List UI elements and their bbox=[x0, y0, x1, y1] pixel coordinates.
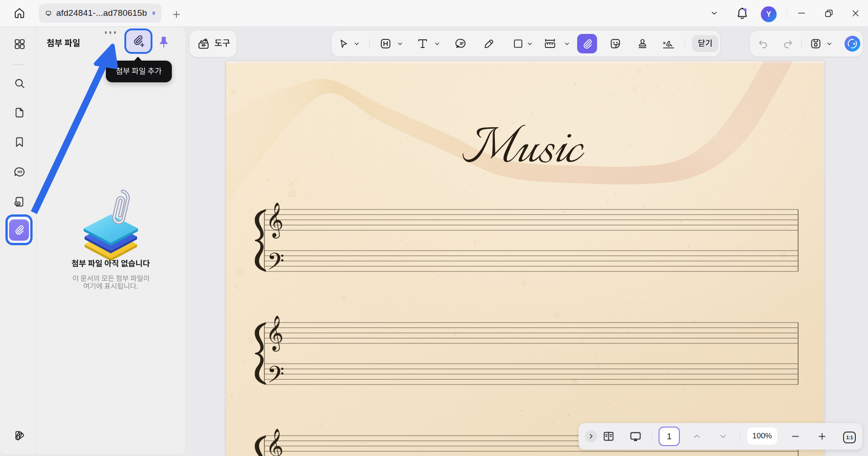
bell-icon bbox=[735, 6, 749, 20]
redo-button[interactable] bbox=[780, 31, 796, 57]
select-tool-dropdown[interactable] bbox=[351, 31, 361, 57]
save-button[interactable] bbox=[808, 31, 823, 57]
panel-more-button[interactable] bbox=[103, 29, 118, 36]
document-tab[interactable]: afd24841-...ad780615b bbox=[39, 4, 161, 23]
notifications-button[interactable] bbox=[735, 0, 750, 26]
previous-page-button[interactable] bbox=[690, 423, 703, 450]
toolbar-separator bbox=[685, 38, 685, 49]
chevron-up-icon bbox=[693, 432, 701, 441]
close-editor-button[interactable]: 닫기 bbox=[692, 35, 718, 52]
sidebar-item-comments[interactable] bbox=[6, 160, 33, 184]
sidebar bbox=[0, 27, 37, 454]
zoom-out-button[interactable] bbox=[788, 423, 802, 450]
empty-state-description-line1: 이 문서의 모든 첨부 파일이 bbox=[43, 275, 179, 283]
shape-tool-button[interactable] bbox=[510, 31, 526, 57]
minus-icon bbox=[791, 432, 800, 441]
sheet-music-page bbox=[226, 61, 824, 456]
panel-title: 첨부 파일 bbox=[47, 39, 81, 48]
highlight-tool-button[interactable] bbox=[378, 31, 393, 57]
chevron-down-icon bbox=[434, 41, 440, 47]
zoom-level-value: 100% bbox=[752, 432, 772, 441]
avatar[interactable]: Y bbox=[761, 6, 777, 22]
measure-tool-button[interactable] bbox=[542, 31, 558, 57]
pen-tool-button[interactable] bbox=[481, 31, 497, 57]
sidebar-divider bbox=[13, 64, 25, 65]
bookmark-icon bbox=[14, 136, 25, 148]
sidebar-item-bookmarks[interactable] bbox=[6, 130, 33, 154]
ai-assistant-button[interactable] bbox=[844, 35, 861, 52]
add-attachment-button[interactable] bbox=[124, 28, 152, 54]
document-page[interactable]: Music bbox=[226, 61, 824, 456]
undo-button[interactable] bbox=[755, 31, 771, 57]
toolbar-separator bbox=[801, 38, 802, 49]
book-icon bbox=[602, 430, 615, 442]
page-number-input[interactable]: 1 bbox=[659, 427, 680, 446]
text-tool-dropdown[interactable] bbox=[432, 31, 442, 57]
sidebar-item-search[interactable] bbox=[6, 71, 33, 95]
actual-size-button[interactable]: 1:1 bbox=[843, 432, 856, 443]
bottombar-separator bbox=[740, 431, 740, 442]
chevron-down-icon bbox=[354, 41, 360, 47]
zoom-level-button[interactable]: 100% bbox=[747, 428, 777, 445]
close-window-button[interactable] bbox=[849, 0, 862, 26]
sidebar-item-ink[interactable] bbox=[6, 423, 33, 447]
measure-tool-dropdown[interactable] bbox=[562, 31, 572, 57]
empty-state-description: 이 문서의 모든 첨부 파일이 여기에 표시됩니다. bbox=[43, 275, 179, 290]
tools-menu-button[interactable]: 도구 bbox=[190, 30, 237, 57]
shape-tool-dropdown[interactable] bbox=[525, 31, 535, 57]
tab-title: afd24841-...ad780615b bbox=[56, 8, 147, 18]
tooltip-text: 첨부 파일 추가 bbox=[116, 67, 162, 76]
sidebar-item-attachments[interactable] bbox=[5, 214, 33, 245]
titlebar-menu-button[interactable] bbox=[708, 0, 721, 26]
save-dropdown[interactable] bbox=[824, 31, 834, 57]
annotation-toolbar: 닫기 bbox=[332, 31, 720, 57]
stamp-icon bbox=[636, 38, 649, 50]
search-icon bbox=[14, 77, 26, 90]
chevron-down-icon bbox=[527, 41, 533, 47]
stamp-tool-button[interactable] bbox=[635, 31, 650, 57]
minimize-button[interactable] bbox=[795, 0, 808, 26]
zoom-in-button[interactable] bbox=[815, 423, 829, 450]
attach-tool-button[interactable] bbox=[577, 34, 597, 53]
pen-icon bbox=[483, 38, 495, 50]
text-icon bbox=[417, 38, 429, 50]
sticker-tool-button[interactable] bbox=[607, 31, 623, 57]
select-tool-button[interactable] bbox=[335, 31, 351, 57]
window-titlebar: afd24841-...ad780615b Y bbox=[0, 0, 868, 26]
chevron-right-circle bbox=[585, 430, 597, 442]
close-icon bbox=[851, 9, 860, 18]
reading-mode-button[interactable] bbox=[601, 423, 616, 450]
restore-button[interactable] bbox=[821, 0, 836, 26]
collapse-bar-button[interactable] bbox=[584, 423, 598, 450]
new-tab-button[interactable] bbox=[169, 7, 184, 22]
highlight-tool-dropdown[interactable] bbox=[395, 31, 405, 57]
sidebar-item-pages[interactable] bbox=[6, 101, 33, 124]
bottombar-separator bbox=[652, 431, 652, 442]
stacked-layers bbox=[84, 214, 138, 261]
presentation-mode-button[interactable] bbox=[628, 423, 643, 450]
home-icon bbox=[13, 6, 26, 20]
page-number-value: 1 bbox=[667, 432, 672, 442]
swatches-icon bbox=[14, 429, 26, 442]
attachments-icon bbox=[13, 224, 25, 236]
text-tool-button[interactable] bbox=[415, 31, 430, 57]
plus-icon bbox=[171, 10, 181, 19]
left-panel: 첨부 파일 첨부 파일 추가 bbox=[0, 27, 185, 454]
sidebar-item-annotations[interactable] bbox=[6, 190, 33, 214]
next-page-button[interactable] bbox=[716, 423, 730, 450]
save-icon bbox=[810, 38, 822, 50]
tools-button-label: 도구 bbox=[214, 39, 230, 48]
paperclip-plus-icon bbox=[131, 34, 146, 48]
chevron-down-icon bbox=[397, 41, 403, 47]
signature-tool-button[interactable] bbox=[661, 31, 676, 57]
cursor-icon bbox=[337, 38, 349, 49]
tooltip-caret bbox=[134, 57, 142, 61]
toolbox-icon bbox=[197, 38, 210, 50]
comment-icon bbox=[455, 38, 467, 50]
sidebar-item-apps[interactable] bbox=[6, 32, 33, 56]
comments-icon bbox=[14, 166, 26, 178]
home-button[interactable] bbox=[11, 5, 28, 21]
pin-panel-button[interactable] bbox=[157, 36, 171, 51]
comment-tool-button[interactable] bbox=[453, 31, 468, 57]
plus-icon bbox=[817, 432, 827, 441]
